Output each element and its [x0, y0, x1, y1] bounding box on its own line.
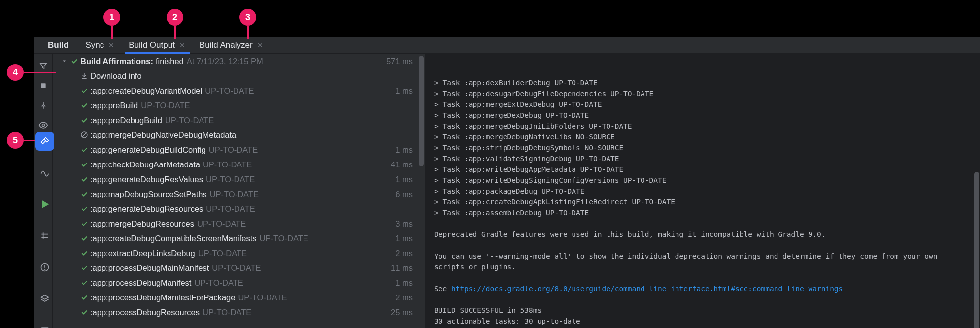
task-row[interactable]: :app:preDebugBuildUP-TO-DATE	[53, 113, 425, 128]
task-name: :app:processDebugManifest	[90, 278, 191, 288]
task-time: 2 ms	[395, 293, 413, 302]
download-icon	[78, 72, 90, 80]
task-status: UP-TO-DATE	[206, 204, 255, 214]
task-row[interactable]: :app:mergeDebugResourcesUP-TO-DATE3 ms	[53, 216, 425, 231]
build-panel: Build Sync ✕ Build Output ✕ Build Analyz…	[34, 37, 980, 328]
check-icon	[78, 87, 90, 95]
task-name: :app:generateDebugResources	[90, 204, 203, 214]
task-time: 11 ms	[391, 263, 413, 273]
chevron-down-icon[interactable]	[60, 58, 68, 64]
task-row[interactable]: :app:mergeDebugNativeDebugMetadata	[53, 128, 425, 142]
task-row[interactable]: :app:mapDebugSourceSetPathsUP-TO-DATE6 m…	[53, 187, 425, 201]
build-timestamp: At 7/11/23, 12:15 PM	[187, 57, 263, 66]
task-status: UP-TO-DATE	[206, 175, 255, 184]
task-name: :app:mapDebugSourceSetPaths	[90, 190, 207, 199]
app-inspection-icon[interactable]	[35, 227, 54, 245]
task-status: UP-TO-DATE	[165, 116, 214, 125]
app-quality-icon[interactable]	[35, 290, 54, 308]
filter-icon[interactable]	[38, 61, 49, 71]
task-time: 41 ms	[391, 160, 413, 169]
check-icon	[78, 205, 90, 213]
problems-icon[interactable]	[35, 258, 54, 277]
task-name: :app:mergeDebugResources	[90, 219, 194, 229]
close-icon[interactable]: ✕	[179, 42, 186, 49]
scrollbar[interactable]	[974, 172, 979, 328]
console-line: > Task :app:writeDebugAppMetadata UP-TO-…	[434, 164, 971, 175]
tab-sync[interactable]: Sync ✕	[79, 37, 122, 54]
check-icon	[68, 57, 80, 65]
close-icon[interactable]: ✕	[108, 42, 115, 49]
stop-icon[interactable]	[38, 80, 49, 91]
callout-line	[111, 26, 113, 39]
tab-build-analyzer[interactable]: Build Analyzer ✕	[193, 37, 270, 54]
download-info-label: Download info	[90, 71, 142, 81]
task-name: :app:extractDeepLinksDebug	[90, 249, 195, 258]
build-tool-icon[interactable]	[35, 132, 54, 151]
build-tree[interactable]: Build Affirmations: finished At 7/11/23,…	[53, 54, 425, 328]
check-icon	[78, 190, 90, 198]
check-icon	[78, 220, 90, 228]
check-icon	[78, 279, 90, 287]
task-status: UP-TO-DATE	[197, 219, 246, 229]
task-row[interactable]: :app:checkDebugAarMetadataUP-TO-DATE41 m…	[53, 157, 425, 172]
console-line: > Task :app:dexBuilderDebug UP-TO-DATE	[434, 77, 971, 88]
check-icon	[78, 116, 90, 124]
console-line: > Task :app:mergeExtDexDebug UP-TO-DATE	[434, 99, 971, 110]
task-row[interactable]: :app:extractDeepLinksDebugUP-TO-DATE2 ms	[53, 246, 425, 261]
docs-link[interactable]: https://docs.gradle.org/8.0/userguide/co…	[451, 285, 843, 293]
profiler-icon[interactable]	[35, 164, 54, 182]
task-row[interactable]: :app:generateDebugBuildConfigUP-TO-DATE1…	[53, 142, 425, 157]
pin-icon[interactable]	[38, 100, 49, 111]
task-name: :app:preBuild	[90, 101, 138, 110]
panel-body: Build Affirmations: finished At 7/11/23,…	[34, 54, 980, 328]
task-row[interactable]: :app:processDebugManifestUP-TO-DATE1 ms	[53, 275, 425, 290]
callout-3: 3	[239, 9, 256, 26]
callout-line	[24, 72, 56, 73]
task-status: UP-TO-DATE	[194, 278, 243, 288]
close-icon[interactable]: ✕	[257, 42, 264, 49]
task-status: UP-TO-DATE	[198, 249, 247, 258]
console-line: > Task :app:createDebugApkListingFileRed…	[434, 197, 971, 207]
console-line: You can use '--warning-mode all' to show…	[434, 251, 971, 272]
activity-bar	[34, 123, 56, 328]
console-line: BUILD SUCCESSFUL in 538ms	[434, 305, 971, 316]
task-status: UP-TO-DATE	[141, 101, 190, 110]
task-row[interactable]: :app:generateDebugResourcesUP-TO-DATE	[53, 201, 425, 216]
task-row[interactable]: :app:processDebugMainManifestUP-TO-DATE1…	[53, 261, 425, 275]
console-line: See https://docs.gradle.org/8.0/userguid…	[434, 283, 971, 294]
tab-build-output[interactable]: Build Output ✕	[122, 37, 193, 54]
task-name: :app:mergeDebugNativeDebugMetadata	[90, 131, 236, 140]
panel-title: Build	[43, 40, 79, 50]
callout-2: 2	[167, 9, 183, 26]
console-line: > Task :app:mergeDebugJniLibFolders UP-T…	[434, 121, 971, 131]
task-name: :app:generateDebugBuildConfig	[90, 145, 206, 155]
task-row[interactable]: :app:createDebugCompatibleScreenManifest…	[53, 231, 425, 246]
scrollbar[interactable]	[419, 56, 424, 166]
task-status: UP-TO-DATE	[260, 234, 308, 243]
task-time: 1 ms	[395, 234, 413, 243]
task-row[interactable]: :app:processDebugResourcesUP-TO-DATE25 m…	[53, 305, 425, 320]
terminal-icon[interactable]	[35, 321, 54, 328]
task-name: :app:processDebugResources	[90, 308, 200, 317]
task-status: UP-TO-DATE	[205, 86, 254, 96]
task-time: 6 ms	[395, 190, 413, 199]
task-row[interactable]: :app:generateDebugResValuesUP-TO-DATE1 m…	[53, 172, 425, 187]
console-line: > Task :app:stripDebugDebugSymbols NO-SO…	[434, 142, 971, 153]
svg-rect-8	[41, 83, 45, 88]
task-row[interactable]: :app:createDebugVariantModelUP-TO-DATE1 …	[53, 83, 425, 98]
task-time: 1 ms	[395, 175, 413, 184]
console-line: > Task :app:packageDebug UP-TO-DATE	[434, 186, 971, 197]
task-name: :app:processDebugManifestForPackage	[90, 293, 235, 302]
task-row[interactable]: :app:processDebugManifestForPackageUP-TO…	[53, 290, 425, 305]
svg-marker-0	[42, 201, 48, 207]
task-time: 1 ms	[395, 145, 413, 155]
console-line: > Task :app:assembleDebug UP-TO-DATE	[434, 207, 971, 218]
task-name: :app:preDebugBuild	[90, 116, 162, 125]
console-output[interactable]: > Task :app:dexBuilderDebug UP-TO-DATE> …	[425, 54, 980, 328]
tree-root[interactable]: Build Affirmations: finished At 7/11/23,…	[53, 54, 425, 68]
task-row[interactable]: :app:preBuildUP-TO-DATE	[53, 98, 425, 113]
task-name: :app:createDebugCompatibleScreenManifest…	[90, 234, 257, 243]
download-info-row[interactable]: Download info	[53, 68, 425, 83]
run-icon[interactable]	[35, 195, 54, 214]
console-line: Deprecated Gradle features were used in …	[434, 229, 971, 240]
